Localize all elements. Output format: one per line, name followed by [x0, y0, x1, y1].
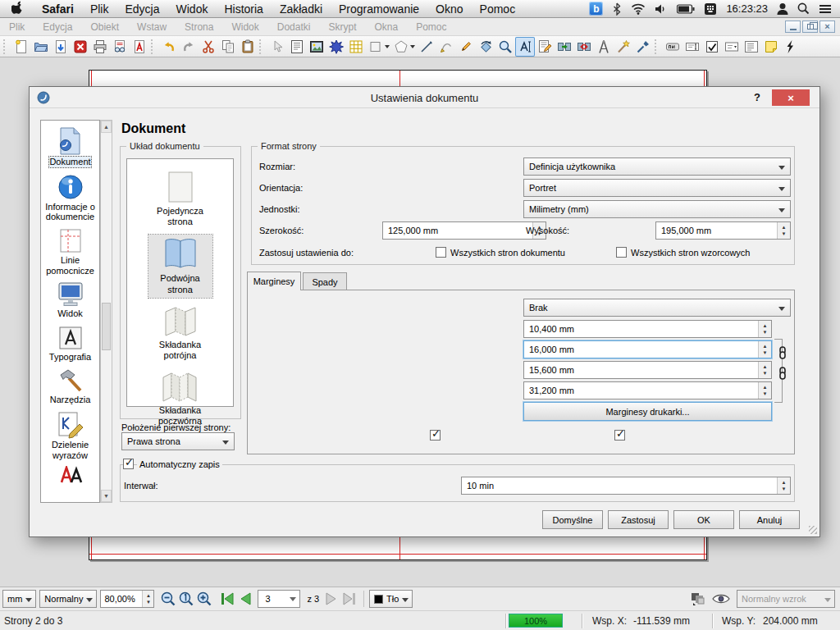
margins-apply-master-checkbox[interactable]: ✓: [614, 430, 625, 441]
spin-down[interactable]: ▼: [782, 486, 787, 491]
window-minimize-button[interactable]: [785, 21, 801, 33]
pdf-list-box-icon[interactable]: [742, 37, 761, 57]
open-document-icon[interactable]: [31, 37, 51, 57]
wifi-icon[interactable]: [631, 3, 646, 15]
save-document-icon[interactable]: [51, 37, 71, 57]
width-spinbox[interactable]: 125,000 mm ▲▼: [382, 221, 546, 240]
image-preview-quality-icon[interactable]: [691, 592, 705, 605]
pdf-checkbox-icon[interactable]: [702, 37, 722, 57]
battery-icon[interactable]: [677, 4, 695, 14]
tab-spady[interactable]: Spady: [303, 272, 347, 290]
cut-icon[interactable]: [199, 37, 218, 57]
app-menu-pomoc[interactable]: Pomoc: [407, 21, 455, 33]
ok-button[interactable]: OK: [673, 510, 734, 529]
printer-margins-button[interactable]: Marginesy drukarki...: [523, 402, 772, 421]
bluetooth-icon[interactable]: [612, 2, 622, 16]
shape-dropdown-arrow[interactable]: [385, 45, 390, 51]
zoom-level-spinbox[interactable]: 80,00% ▲▼: [100, 590, 154, 608]
export-pdf-icon[interactable]: [130, 37, 149, 57]
height-spinbox[interactable]: 195,000 mm ▲▼: [655, 221, 791, 240]
last-page-button[interactable]: [340, 590, 358, 608]
input-source-icon[interactable]: [704, 2, 717, 16]
print-document-icon[interactable]: [90, 37, 110, 57]
scrollbar-thumb[interactable]: [102, 303, 111, 350]
size-combo[interactable]: Definicja użytkownika: [523, 158, 791, 176]
zoom-in-button[interactable]: [195, 590, 213, 608]
app-menu-plik[interactable]: Plik: [0, 21, 34, 33]
select-item-icon[interactable]: [267, 37, 287, 57]
spin-up[interactable]: ▲: [782, 225, 787, 230]
app-menu-dodatki[interactable]: Dodatki: [268, 21, 320, 33]
spin-down[interactable]: ▼: [763, 330, 768, 335]
app-menu-skrypt[interactable]: Skrypt: [319, 21, 365, 33]
next-page-button[interactable]: [322, 590, 340, 608]
window-close-button[interactable]: ×: [819, 21, 835, 33]
pdf-link-icon[interactable]: [781, 37, 801, 57]
defaults-button[interactable]: Domyślne: [542, 510, 603, 529]
margins-apply-doc-checkbox[interactable]: ✓: [430, 430, 441, 441]
unlink-text-frames-icon[interactable]: [574, 37, 594, 57]
unit-combo[interactable]: mm: [2, 590, 36, 608]
pdf-text-field-icon[interactable]: [682, 37, 702, 57]
margin-outside-spinbox[interactable]: 16,000 mm ▲▼: [523, 340, 772, 358]
spin-down[interactable]: ▼: [763, 391, 768, 396]
user-icon[interactable]: [777, 2, 788, 15]
category-fonts-partial[interactable]: [57, 466, 84, 484]
menu-okno[interactable]: Okno: [427, 2, 471, 16]
dialog-help-button[interactable]: ?: [754, 91, 760, 103]
polygon-dropdown-arrow[interactable]: [410, 45, 415, 51]
zoom-out-button[interactable]: [159, 590, 177, 608]
rotate-item-icon[interactable]: [476, 37, 495, 57]
spin-up[interactable]: ▲: [782, 480, 787, 485]
category-narzedzia[interactable]: Narzędzia: [50, 368, 91, 405]
insert-image-frame-icon[interactable]: [307, 37, 326, 57]
layout-option-trifold[interactable]: Składanka potrójna: [148, 303, 212, 363]
margin-top-spinbox[interactable]: 15,600 mm ▲▼: [523, 361, 772, 379]
layout-option-single[interactable]: Pojedyncza strona: [144, 167, 217, 230]
cancel-button[interactable]: Anuluj: [739, 510, 800, 529]
menu-widok[interactable]: Widok: [168, 2, 217, 16]
preview-quality-combo[interactable]: Normalny: [39, 590, 97, 608]
pdf-push-button-icon[interactable]: [663, 37, 682, 57]
copy-properties-icon[interactable]: [614, 37, 633, 57]
menubar-clock[interactable]: 16:23:23: [726, 2, 768, 15]
story-editor-icon[interactable]: [535, 37, 555, 57]
format-apply-doc-checkbox[interactable]: [436, 247, 446, 258]
edit-contents-icon[interactable]: [515, 37, 535, 57]
spin-up[interactable]: ▲: [763, 323, 768, 328]
zoom-100-button[interactable]: [177, 590, 195, 608]
apple-menu[interactable]: [0, 1, 34, 17]
link-margins-icon[interactable]: [778, 346, 788, 359]
first-page-combo[interactable]: Prawa strona: [121, 432, 235, 450]
redo-icon[interactable]: [179, 37, 199, 57]
window-restore-button[interactable]: [802, 21, 818, 33]
copy-icon[interactable]: [218, 37, 238, 57]
measurements-icon[interactable]: [594, 37, 614, 57]
app-menu-obiekt[interactable]: Obiekt: [81, 21, 128, 33]
link-text-frames-icon[interactable]: [555, 37, 574, 57]
menu-pomoc[interactable]: Pomoc: [472, 2, 524, 16]
layout-option-quadfold[interactable]: Składanka poczwórna: [146, 368, 215, 429]
dialog-close-button[interactable]: ×: [772, 89, 810, 106]
close-document-icon[interactable]: [71, 37, 90, 57]
dialog-titlebar[interactable]: Ustawienia dokumentu ? ×: [30, 87, 819, 108]
insert-table-icon[interactable]: [346, 37, 366, 57]
units-combo[interactable]: Milimetry (mm): [523, 200, 791, 218]
tab-marginesy[interactable]: Marginesy: [247, 272, 301, 290]
category-informacje[interactable]: Informacje o dokumencie: [42, 173, 99, 222]
volume-icon[interactable]: [655, 3, 668, 15]
scroll-up-arrow[interactable]: ▲: [101, 121, 112, 133]
category-scrollbar[interactable]: ▲ ▼: [100, 120, 112, 503]
preset-layout-combo[interactable]: Brak: [523, 299, 791, 317]
menu-zakladki[interactable]: Zakładki: [272, 2, 331, 16]
page-number-combo[interactable]: 3: [258, 590, 300, 608]
insert-line-icon[interactable]: [417, 37, 436, 57]
app-menu-widok[interactable]: Widok: [222, 21, 267, 33]
insert-polygon-icon[interactable]: [391, 37, 417, 57]
previous-page-button[interactable]: [236, 590, 254, 608]
spin-up[interactable]: ▲: [763, 344, 768, 349]
margin-bottom-spinbox[interactable]: 31,200 mm ▲▼: [523, 381, 772, 399]
apply-button[interactable]: Zastosuj: [608, 510, 669, 529]
autosave-checkbox[interactable]: ✓: [123, 459, 134, 469]
interval-spinbox[interactable]: 10 min ▲▼: [461, 477, 791, 495]
